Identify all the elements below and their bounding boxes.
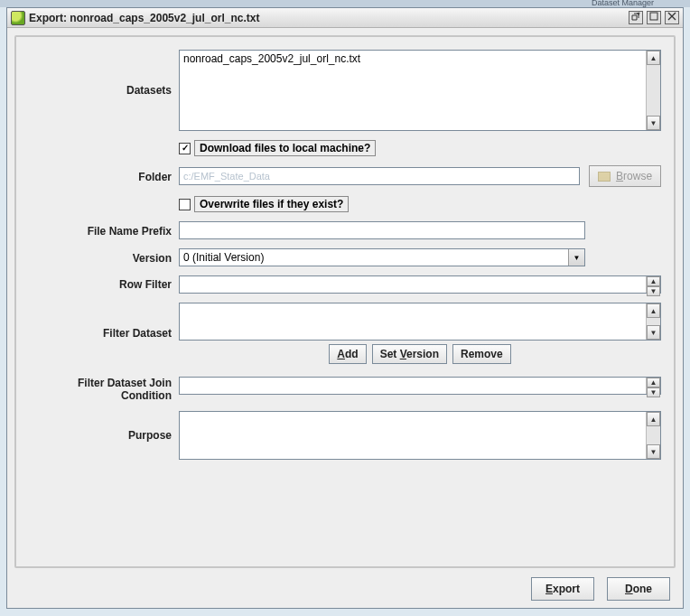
label-filter-dataset: Filter Dataset — [29, 327, 172, 340]
overwrite-checkbox[interactable] — [179, 199, 191, 210]
window-title: Export: nonroad_caps_2005v2_jul_orl_nc.t… — [29, 12, 259, 24]
label-version: Version — [29, 250, 172, 265]
row-filter-input[interactable]: ▲ ▼ — [179, 275, 661, 294]
remove-button[interactable]: Remove — [452, 344, 511, 364]
file-prefix-input[interactable] — [179, 221, 585, 239]
app-icon — [11, 11, 25, 25]
done-button[interactable]: Done — [607, 577, 670, 601]
folder-input — [179, 167, 580, 185]
window-detach-icon[interactable] — [629, 11, 643, 24]
scroll-up-icon[interactable]: ▲ — [647, 303, 660, 318]
download-checkbox-label: Download files to local machine? — [194, 140, 376, 156]
svg-rect-0 — [650, 13, 657, 20]
label-purpose: Purpose — [29, 429, 172, 442]
purpose-input[interactable]: ▲ ▼ — [179, 411, 661, 460]
chevron-down-icon[interactable]: ▼ — [568, 249, 584, 266]
label-filter-join: Filter Dataset Join Condition — [29, 377, 172, 402]
scroll-up-icon[interactable]: ▲ — [647, 51, 660, 65]
filter-join-input[interactable]: ▲ ▼ — [179, 377, 661, 395]
download-checkbox[interactable] — [179, 143, 191, 154]
export-panel: Datasets nonroad_caps_2005v2_jul_orl_nc.… — [14, 35, 676, 568]
filter-dataset-scrollbar[interactable]: ▲ ▼ — [646, 303, 660, 340]
background-tab-hint: Dataset Manager — [592, 0, 654, 7]
export-button[interactable]: Export — [531, 577, 594, 601]
scroll-down-icon[interactable]: ▼ — [647, 444, 660, 459]
label-datasets: Datasets — [29, 84, 172, 97]
browse-button: Browse — [589, 165, 661, 187]
export-window: Export: nonroad_caps_2005v2_jul_orl_nc.t… — [6, 7, 684, 609]
overwrite-checkbox-label: Overwrite files if they exist? — [194, 196, 349, 212]
filter-join-scrollbar[interactable]: ▲ ▼ — [646, 378, 660, 394]
scroll-down-icon[interactable]: ▼ — [647, 116, 660, 130]
folder-icon — [598, 172, 611, 182]
filter-dataset-input[interactable]: ▲ ▼ — [179, 303, 661, 341]
set-version-button[interactable]: Set Version — [372, 344, 447, 364]
window-maximize-icon[interactable] — [647, 11, 661, 24]
row-filter-scrollbar[interactable]: ▲ ▼ — [646, 276, 660, 293]
datasets-scrollbar[interactable]: ▲ ▼ — [646, 51, 660, 130]
scroll-down-icon[interactable]: ▼ — [647, 387, 660, 397]
datasets-list-item[interactable]: nonroad_caps_2005v2_jul_orl_nc.txt — [183, 52, 642, 65]
titlebar: Export: nonroad_caps_2005v2_jul_orl_nc.t… — [7, 8, 683, 28]
version-select-value: 0 (Initial Version) — [180, 251, 568, 264]
scroll-up-icon[interactable]: ▲ — [647, 378, 660, 387]
label-file-prefix: File Name Prefix — [29, 223, 172, 238]
window-close-icon[interactable] — [665, 11, 679, 24]
scroll-down-icon[interactable]: ▼ — [647, 286, 660, 296]
label-folder: Folder — [29, 169, 172, 183]
add-button[interactable]: Add — [329, 344, 366, 364]
scroll-up-icon[interactable]: ▲ — [647, 412, 660, 426]
datasets-list[interactable]: nonroad_caps_2005v2_jul_orl_nc.txt ▲ ▼ — [179, 50, 661, 131]
version-select[interactable]: 0 (Initial Version) ▼ — [179, 248, 585, 266]
scroll-up-icon[interactable]: ▲ — [647, 276, 660, 286]
label-row-filter: Row Filter — [29, 278, 172, 291]
scroll-down-icon[interactable]: ▼ — [647, 325, 660, 340]
purpose-scrollbar[interactable]: ▲ ▼ — [646, 412, 660, 459]
